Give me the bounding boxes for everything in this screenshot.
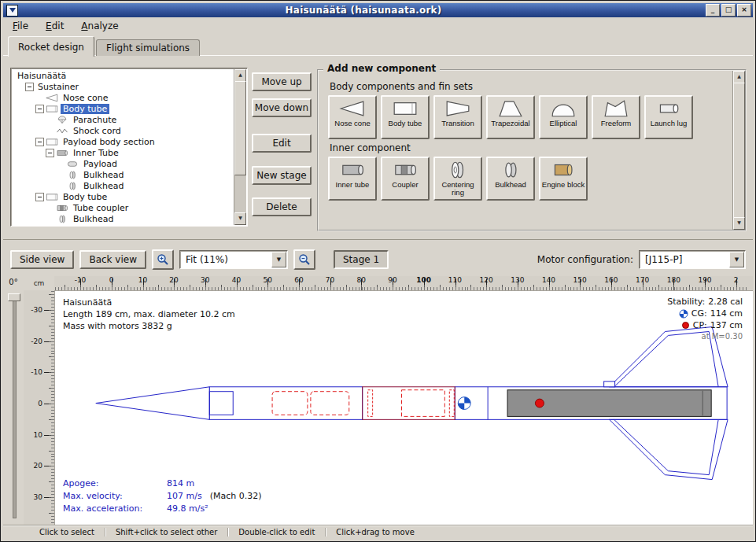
tree-scrollbar[interactable]: ▲ ▼ bbox=[234, 69, 246, 225]
titlebar[interactable]: Haisunäätä (haisunaata.ork) _ □ × bbox=[3, 3, 753, 17]
component-button-nose-cone[interactable]: Nose cone bbox=[328, 95, 377, 139]
edit-button[interactable]: Edit bbox=[252, 134, 312, 153]
tree-item-body-tube[interactable]: Body tube bbox=[13, 191, 234, 202]
component-button-transition[interactable]: Transition bbox=[433, 95, 482, 139]
menu-edit[interactable]: Edit bbox=[46, 20, 64, 31]
tree-item-body-tube[interactable]: Body tube bbox=[13, 103, 234, 114]
scrollbar-thumb[interactable] bbox=[234, 81, 246, 175]
back-view-button[interactable]: Back view bbox=[79, 250, 146, 269]
component-button-label: Engine block bbox=[542, 181, 585, 189]
scroll-up-arrow-icon[interactable]: ▲ bbox=[733, 71, 745, 83]
component-button-launch-lug[interactable]: Launch lug bbox=[644, 95, 693, 139]
motor-config-select[interactable]: [J115-P] ▼ bbox=[639, 250, 746, 269]
menu-analyze[interactable]: Analyze bbox=[81, 20, 118, 31]
zoom-fit-select[interactable]: Fit (11%) ▼ bbox=[179, 250, 288, 269]
component-button-label: Body tube bbox=[389, 120, 422, 127]
rocket-canvas[interactable]: Haisunäätä Length 189 cm, max. diameter … bbox=[54, 290, 753, 525]
payload-icon bbox=[66, 159, 79, 169]
collapse-expander-icon[interactable] bbox=[46, 149, 54, 157]
component-button-label: Launch lug bbox=[651, 120, 687, 127]
tree-item-bulkhead[interactable]: Bulkhead bbox=[13, 180, 234, 191]
chevron-down-icon[interactable]: ▼ bbox=[271, 252, 286, 267]
h-ruler-label: 190 bbox=[698, 276, 711, 284]
component-button-engine-block[interactable]: Engine block bbox=[539, 157, 588, 201]
new-stage-button[interactable]: New stage bbox=[252, 166, 312, 185]
component-button-body-tube[interactable]: Body tube bbox=[381, 95, 430, 139]
tree-item-bulkhead[interactable]: Bulkhead bbox=[13, 213, 234, 224]
tree-item-label: Inner Tube bbox=[71, 148, 121, 158]
v-ruler-label: -10 bbox=[31, 368, 42, 376]
tree-item-bulkhead[interactable]: Bulkhead bbox=[13, 169, 234, 180]
window-menu-icon[interactable] bbox=[6, 5, 18, 17]
delete-button[interactable]: Delete bbox=[252, 197, 312, 216]
component-button-label: Coupler bbox=[392, 181, 418, 189]
tree-item-label: Tube coupler bbox=[71, 203, 131, 213]
component-button-label: Inner tube bbox=[336, 181, 370, 189]
tree-item-nose-cone[interactable]: Nose cone bbox=[13, 92, 234, 103]
component-button-inner-tube[interactable]: Inner tube bbox=[328, 157, 377, 201]
tree-item-payload[interactable]: Payload bbox=[13, 158, 234, 169]
h-ruler-label: 50 bbox=[263, 276, 271, 284]
component-button-label: Bulkhead bbox=[495, 181, 526, 189]
h-ruler-label: 130 bbox=[511, 276, 524, 284]
tree-item-label: Shock cord bbox=[71, 126, 124, 136]
inner-component-label: Inner component bbox=[330, 142, 728, 153]
tree-item-label: Bulkhead bbox=[71, 214, 116, 224]
maximize-button[interactable]: □ bbox=[721, 4, 736, 17]
scroll-down-arrow-icon[interactable]: ▼ bbox=[234, 212, 246, 225]
engine-block-icon bbox=[548, 160, 579, 180]
bulkhead-icon bbox=[66, 170, 79, 180]
component-button-trapezoidal[interactable]: Trapezoidal bbox=[486, 95, 535, 139]
collapse-expander-icon[interactable] bbox=[35, 193, 44, 201]
tree-item-label: Bulkhead bbox=[81, 170, 126, 180]
tree-item-shock-cord[interactable]: Shock cord bbox=[13, 125, 234, 136]
motor-config-value: [J115-P] bbox=[645, 254, 682, 265]
component-button-elliptical[interactable]: Elliptical bbox=[539, 95, 588, 139]
component-button-label: Centering ring bbox=[436, 181, 480, 197]
tree-item-parachute[interactable]: Parachute bbox=[13, 114, 234, 125]
scrollbar-thumb[interactable] bbox=[733, 83, 745, 218]
minimize-button[interactable]: _ bbox=[706, 4, 720, 17]
tree-item-haisun-t[interactable]: Haisunäätä bbox=[13, 70, 234, 81]
tree-item-payload-body-section[interactable]: Payload body section bbox=[13, 136, 234, 147]
close-button[interactable]: × bbox=[737, 4, 751, 17]
h-ruler-label: 40 bbox=[232, 276, 241, 284]
component-button-bulkhead[interactable]: Bulkhead bbox=[486, 157, 535, 201]
coupler-icon bbox=[389, 160, 421, 180]
h-ruler-label: 110 bbox=[448, 276, 462, 284]
menu-file[interactable]: File bbox=[13, 20, 28, 31]
collapse-expander-icon[interactable] bbox=[35, 138, 44, 146]
scroll-up-arrow-icon[interactable]: ▲ bbox=[234, 69, 246, 82]
collapse-expander-icon[interactable] bbox=[35, 105, 44, 113]
collapse-expander-icon[interactable] bbox=[25, 83, 34, 91]
chevron-down-icon[interactable]: ▼ bbox=[729, 252, 744, 267]
side-view-button[interactable]: Side view bbox=[10, 250, 74, 269]
tree-item-inner-tube[interactable]: Inner Tube bbox=[13, 147, 234, 158]
inner-tube-icon bbox=[337, 160, 368, 180]
component-button-freeform[interactable]: Freeform bbox=[592, 95, 640, 139]
rotation-slider-handle[interactable] bbox=[8, 293, 20, 301]
tab-flight-simulations[interactable]: Flight simulations bbox=[96, 39, 200, 56]
stability-info: Stability:2.28 cal CG:114 cm CP:137 cm a… bbox=[667, 297, 743, 342]
component-scrollbar[interactable]: ▲ ▼ bbox=[732, 71, 745, 230]
motor-config-label: Motor configuration: bbox=[537, 254, 633, 265]
tree-item-sustainer[interactable]: Sustainer bbox=[13, 81, 234, 92]
cp-label: CP: bbox=[693, 320, 707, 330]
component-button-coupler[interactable]: Coupler bbox=[381, 157, 430, 201]
stage-1-button[interactable]: Stage 1 bbox=[334, 250, 389, 269]
move-up-button[interactable]: Move up bbox=[252, 72, 312, 91]
zoom-out-button[interactable] bbox=[293, 249, 315, 270]
h-ruler-label: 180 bbox=[667, 276, 680, 284]
design-area: 0° cm -100102030405060708090100110120130… bbox=[3, 276, 753, 525]
h-ruler-label: 70 bbox=[326, 276, 334, 284]
move-down-button[interactable]: Move down bbox=[252, 98, 312, 117]
tree-item-tube-coupler[interactable]: Tube coupler bbox=[13, 202, 234, 213]
magnifier-plus-icon bbox=[157, 253, 169, 266]
rotation-slider[interactable] bbox=[13, 295, 17, 518]
component-button-centering-ring[interactable]: Centering ring bbox=[433, 157, 482, 201]
zoom-in-button[interactable] bbox=[152, 249, 174, 270]
scroll-down-arrow-icon[interactable]: ▼ bbox=[733, 217, 745, 230]
rocket-info: Haisunäätä Length 189 cm, max. diameter … bbox=[63, 297, 235, 332]
h-ruler-label: 90 bbox=[388, 276, 396, 284]
tab-rocket-design[interactable]: Rocket design bbox=[8, 36, 94, 57]
